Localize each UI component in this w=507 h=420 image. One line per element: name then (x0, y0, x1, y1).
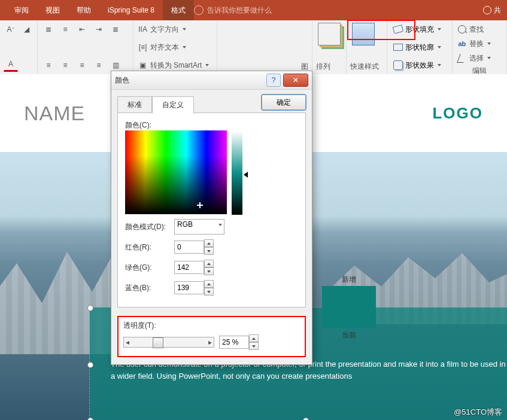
shape-fill-button[interactable]: 形状填充 (391, 23, 448, 36)
quick-styles-icon (352, 23, 375, 45)
color-mode-label: 颜色模式(D): (125, 222, 171, 232)
tell-me-search[interactable]: 告诉我你想要做什么 (194, 5, 272, 16)
shape-fill-label: 形状填充 (405, 25, 434, 35)
spin-up-button[interactable] (204, 260, 214, 267)
color-mode-value: RGB (177, 220, 193, 229)
pen-outline-icon (393, 44, 403, 51)
text-direction-button[interactable]: IIA 文字方向 (137, 23, 213, 36)
align-left-button[interactable]: ≡ (41, 59, 56, 72)
cursor-icon (457, 54, 467, 63)
transparency-slider[interactable]: ◂ ▸ (123, 337, 214, 348)
paint-bucket-icon (393, 25, 404, 34)
color-gradient-picker[interactable] (125, 130, 227, 214)
dialog-close-button[interactable]: ✕ (283, 74, 308, 87)
lightbulb-icon (194, 5, 204, 15)
resize-handle[interactable] (87, 418, 93, 420)
convert-smartart-button[interactable]: ▣ 转换为 SmartArt (137, 59, 213, 72)
clear-formatting-button[interactable]: ◢ (20, 23, 34, 36)
convert-smartart-label: 转换为 SmartArt (150, 60, 202, 71)
align-right-button[interactable]: ≡ (75, 59, 89, 72)
align-text-button[interactable]: [≡] 对齐文本 (137, 41, 213, 54)
spin-up-button[interactable] (204, 239, 214, 247)
tab-ispring[interactable]: iSpring Suite 8 (99, 0, 163, 20)
person-icon (483, 6, 491, 14)
resize-handle[interactable] (87, 305, 93, 311)
numbering-button[interactable]: ≡ (58, 23, 72, 36)
tab-format[interactable]: 格式 (163, 0, 194, 20)
red-input[interactable] (174, 241, 204, 254)
slide-logo-text: LOGO (432, 104, 483, 123)
red-label: 红色(R): (125, 242, 171, 252)
quick-styles-label: 快速样式 (350, 62, 383, 72)
slide-name-text: NAME (24, 102, 85, 125)
color-crosshair[interactable] (197, 202, 203, 208)
chevron-down-icon (487, 57, 491, 59)
arrange-label: 排列 (316, 62, 342, 72)
bullets-button[interactable]: ≣ (41, 23, 56, 36)
value-strip[interactable] (232, 131, 242, 215)
replace-label: 替换 (469, 39, 484, 49)
quick-styles-button[interactable] (350, 23, 377, 45)
replace-icon: ab (458, 40, 466, 47)
font-color-button[interactable]: A (4, 57, 18, 72)
chevron-down-icon (183, 46, 186, 48)
chevron-down-icon (438, 46, 441, 48)
share-label: 共 (494, 5, 501, 16)
shape-effects-button[interactable]: 形状效果 (391, 59, 448, 72)
arrange-icon (318, 23, 341, 45)
value-arrow-icon[interactable] (244, 172, 248, 178)
tab-help[interactable]: 帮助 (68, 0, 99, 20)
blue-input[interactable] (174, 281, 204, 294)
align-text-label: 对齐文本 (150, 42, 179, 53)
slider-thumb[interactable] (153, 337, 163, 348)
increase-font-button[interactable]: A˄ (4, 23, 17, 36)
resize-handle[interactable] (87, 362, 93, 368)
spin-up-button[interactable] (249, 334, 259, 342)
decrease-indent-button[interactable]: ⇤ (75, 23, 89, 36)
slider-left-button[interactable]: ◂ (124, 338, 131, 346)
transparency-section-highlight: 透明度(T): ◂ ▸ (117, 316, 306, 357)
color-field-label: 颜色(C): (125, 120, 171, 130)
select-button[interactable]: 选择 (456, 51, 503, 65)
shape-outline-button[interactable]: 形状轮廓 (391, 41, 448, 54)
shape-outline-label: 形状轮廓 (405, 42, 434, 53)
text-direction-icon: IIA (138, 25, 148, 34)
transparency-label: 透明度(T): (123, 321, 156, 330)
transparency-input[interactable] (219, 336, 249, 349)
justify-button[interactable]: ≡ (92, 59, 106, 72)
tab-review[interactable]: 审阅 (6, 0, 37, 20)
line-spacing-button[interactable]: ≣ (108, 23, 123, 36)
resize-handle[interactable] (303, 418, 309, 420)
color-dialog: 颜色 ? ✕ 标准 自定义 确定 取消 颜色(C): 颜色模式(D): RGB (111, 71, 312, 365)
spin-down-button[interactable] (204, 247, 214, 255)
tell-me-placeholder: 告诉我你想要做什么 (207, 5, 272, 16)
spin-down-button[interactable] (249, 342, 259, 350)
increase-indent-button[interactable]: ⇥ (92, 23, 106, 36)
select-label: 选择 (469, 53, 484, 63)
ok-button[interactable]: 确定 (262, 95, 306, 110)
replace-button[interactable]: ab 替换 (456, 37, 503, 50)
spin-down-button[interactable] (204, 267, 214, 275)
share-button[interactable]: 共 (483, 5, 501, 16)
spin-down-button[interactable] (204, 288, 214, 296)
green-input[interactable] (174, 261, 204, 274)
color-mode-select[interactable]: RGB (174, 219, 224, 235)
new-color-label: 新增 (322, 275, 376, 285)
spin-up-button[interactable] (204, 280, 214, 288)
tab-view[interactable]: 视图 (37, 0, 68, 20)
align-center-button[interactable]: ≡ (58, 59, 72, 72)
align-text-icon: [≡] (138, 42, 148, 52)
dialog-title: 颜色 (115, 75, 266, 86)
tab-custom[interactable]: 自定义 (152, 96, 194, 114)
columns-button[interactable]: ▥ (108, 59, 123, 72)
dialog-help-button[interactable]: ? (266, 74, 281, 87)
effects-icon (393, 60, 403, 70)
chevron-down-icon (487, 42, 491, 45)
chevron-down-icon (218, 224, 222, 226)
chevron-down-icon (438, 28, 441, 31)
chevron-down-icon (438, 64, 441, 66)
arrange-button[interactable] (316, 23, 342, 45)
slider-right-button[interactable]: ▸ (207, 338, 214, 346)
tab-standard[interactable]: 标准 (117, 96, 152, 114)
find-button[interactable]: 查找 (456, 23, 503, 36)
